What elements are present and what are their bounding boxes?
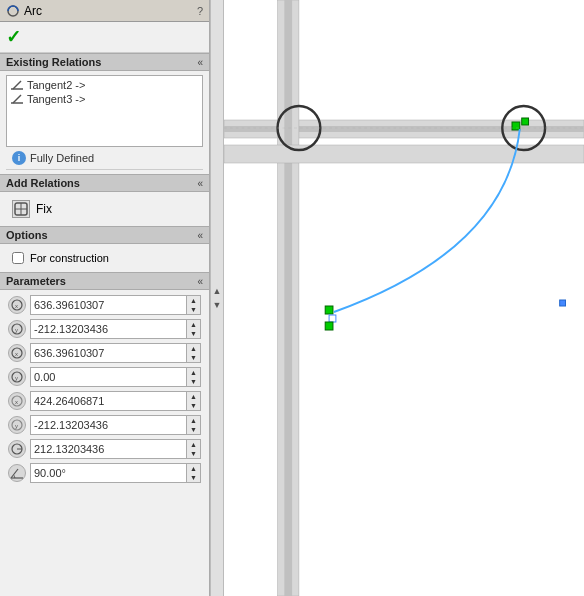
panel-resize-strip[interactable]: ▲ ▼ <box>210 0 224 596</box>
param-row-endx: x ▲ ▼ <box>4 389 205 413</box>
options-title: Options <box>6 229 48 241</box>
parameters-collapse-icon: « <box>197 276 203 287</box>
help-button[interactable]: ? <box>197 5 203 17</box>
spin-down-cy[interactable]: ▼ <box>187 329 200 338</box>
param-input-wrap-cy: ▲ ▼ <box>30 319 201 339</box>
param-row-endy: y ▲ ▼ <box>4 413 205 437</box>
param-row-cx: x ▲ ▼ <box>4 293 205 317</box>
arrow-down-btn[interactable]: ▼ <box>213 300 222 310</box>
spin-up-cx2[interactable]: ▲ <box>187 344 200 353</box>
param-input-angle[interactable] <box>30 463 187 483</box>
param-input-cy2[interactable] <box>30 367 187 387</box>
relation-tangent3-label: Tangent3 -> <box>27 93 85 105</box>
arrow-up-btn[interactable]: ▲ <box>213 286 222 296</box>
action-bar: ✓ <box>0 22 209 53</box>
param-icon-radius <box>8 440 26 458</box>
list-item: Tangent2 -> <box>11 78 198 92</box>
parameters-title: Parameters <box>6 275 66 287</box>
param-icon-cx: x <box>8 296 26 314</box>
fix-row: Fix <box>6 196 203 222</box>
spin-up-endy[interactable]: ▲ <box>187 416 200 425</box>
param-row-cy2: y ▲ ▼ <box>4 365 205 389</box>
spin-up-endx[interactable]: ▲ <box>187 392 200 401</box>
fix-icon <box>12 200 30 218</box>
param-input-cy[interactable] <box>30 319 187 339</box>
param-input-wrap-radius: ▲ ▼ <box>30 439 201 459</box>
param-input-wrap-angle: ▲ ▼ <box>30 463 201 483</box>
options-header[interactable]: Options « <box>0 226 209 244</box>
svg-text:y: y <box>15 327 18 333</box>
spin-down-endx[interactable]: ▼ <box>187 401 200 410</box>
spin-up-cy2[interactable]: ▲ <box>187 368 200 377</box>
existing-relations-body: Tangent2 -> Tangent3 -> i Fully Defined <box>0 71 209 174</box>
param-input-cx[interactable] <box>30 295 187 315</box>
svg-rect-34 <box>325 322 333 330</box>
param-input-radius[interactable] <box>30 439 187 459</box>
spin-down-cy2[interactable]: ▼ <box>187 377 200 386</box>
property-panel: Arc ? ✓ Existing Relations « Tangent2 -> <box>0 0 210 596</box>
spin-up-radius[interactable]: ▲ <box>187 440 200 449</box>
param-input-endy[interactable] <box>30 415 187 435</box>
canvas-area[interactable] <box>224 0 584 596</box>
param-spinner-endx: ▲ ▼ <box>187 391 201 411</box>
spin-down-angle[interactable]: ▼ <box>187 473 200 482</box>
spin-down-cx2[interactable]: ▼ <box>187 353 200 362</box>
relation-tangent2-label: Tangent2 -> <box>27 79 85 91</box>
svg-text:x: x <box>15 399 18 405</box>
param-spinner-cx2: ▲ ▼ <box>187 343 201 363</box>
param-input-wrap-cy2: ▲ ▼ <box>30 367 201 387</box>
spin-down-cx[interactable]: ▼ <box>187 305 200 314</box>
for-construction-label[interactable]: For construction <box>30 252 109 264</box>
param-row-cx2: x ▲ ▼ <box>4 341 205 365</box>
svg-line-1 <box>13 81 21 89</box>
existing-relations-title: Existing Relations <box>6 56 101 68</box>
param-input-wrap-cx: ▲ ▼ <box>30 295 201 315</box>
options-body: For construction <box>0 244 209 272</box>
param-input-wrap-cx2: ▲ ▼ <box>30 343 201 363</box>
param-input-cx2[interactable] <box>30 343 187 363</box>
confirm-button[interactable]: ✓ <box>6 26 21 48</box>
tangent2-icon <box>11 79 23 91</box>
spin-up-cy[interactable]: ▲ <box>187 320 200 329</box>
svg-text:y: y <box>15 375 18 381</box>
title-bar-left: Arc <box>6 4 42 18</box>
list-item: Tangent3 -> <box>11 92 198 106</box>
fix-label[interactable]: Fix <box>36 202 52 216</box>
add-relations-collapse-icon: « <box>197 178 203 189</box>
param-spinner-cx: ▲ ▼ <box>187 295 201 315</box>
info-icon: i <box>12 151 26 165</box>
add-relations-header[interactable]: Add Relations « <box>0 174 209 192</box>
param-icon-endx: x <box>8 392 26 410</box>
spin-down-endy[interactable]: ▼ <box>187 425 200 434</box>
spin-up-angle[interactable]: ▲ <box>187 464 200 473</box>
svg-rect-37 <box>560 300 566 306</box>
param-icon-cy2: y <box>8 368 26 386</box>
svg-text:x: x <box>15 351 18 357</box>
add-relations-body: Fix <box>0 192 209 226</box>
status-text: Fully Defined <box>30 152 94 164</box>
svg-rect-29 <box>224 145 584 163</box>
tangent3-icon <box>11 93 23 105</box>
existing-relations-header[interactable]: Existing Relations « <box>0 53 209 71</box>
param-icon-cy: y <box>8 320 26 338</box>
svg-rect-36 <box>522 118 529 125</box>
svg-text:y: y <box>15 423 18 429</box>
for-construction-checkbox[interactable] <box>12 252 24 264</box>
for-construction-row: For construction <box>6 248 203 268</box>
param-input-wrap-endy: ▲ ▼ <box>30 415 201 435</box>
arc-title-icon <box>6 4 20 18</box>
canvas-svg <box>224 0 584 596</box>
param-input-endx[interactable] <box>30 391 187 411</box>
param-icon-endy: y <box>8 416 26 434</box>
param-icon-cx2: x <box>8 344 26 362</box>
options-collapse-icon: « <box>197 230 203 241</box>
param-spinner-radius: ▲ ▼ <box>187 439 201 459</box>
add-relations-title: Add Relations <box>6 177 80 189</box>
param-spinner-cy: ▲ ▼ <box>187 319 201 339</box>
relations-list[interactable]: Tangent2 -> Tangent3 -> <box>6 75 203 147</box>
parameters-header[interactable]: Parameters « <box>0 272 209 290</box>
spin-down-radius[interactable]: ▼ <box>187 449 200 458</box>
svg-rect-35 <box>512 122 520 130</box>
status-row: i Fully Defined <box>6 147 203 170</box>
spin-up-cx[interactable]: ▲ <box>187 296 200 305</box>
